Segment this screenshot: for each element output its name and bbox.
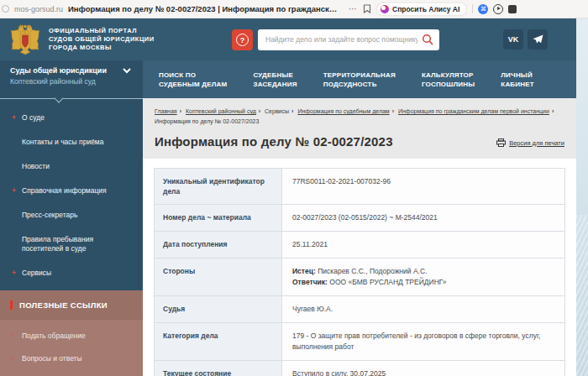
page: mos-gorsud.ru Информация по делу № 02-00… xyxy=(0,0,588,376)
row-value-parties: Истец: Пискарев С.С., Подорожний А.С. От… xyxy=(282,258,565,296)
alice-icon xyxy=(381,5,389,13)
nav-label: ТЕРРИТОРИАЛЬНАЯ xyxy=(323,70,396,80)
site-security-icon[interactable] xyxy=(2,5,9,13)
row-label: Судья xyxy=(155,296,282,323)
useful-links-header: ПОЛЕЗНЫЕ ССЫЛКИ xyxy=(0,290,143,320)
nav-label: ГОСПОШЛИНЫ xyxy=(422,80,475,89)
breadcrumb: Главная› Коптевский районный суд› Сервис… xyxy=(155,107,564,127)
row-value: 02-0027/2023 (02-0515/2022) ~ М-2544/202… xyxy=(282,205,565,232)
table-row: Категория дела 179 - О защите прав потре… xyxy=(155,323,565,361)
address-domain[interactable]: mos-gorsud.ru xyxy=(14,5,63,13)
search-icon[interactable] xyxy=(422,34,433,45)
breadcrumb-services[interactable]: Сервисы xyxy=(265,108,289,114)
sidebar-item-label: Новости xyxy=(22,162,50,171)
breadcrumb-current-page: Информация по делу № 02-0027/2023 xyxy=(155,118,259,124)
table-row: Номер дела ~ материала 02-0027/2023 (02-… xyxy=(155,205,565,232)
bookmark-icon[interactable] xyxy=(363,2,371,17)
useful-links-list: › Подать обращение › Вопросы и ответы › … xyxy=(0,320,143,376)
sidebar-item-visitor-rules[interactable]: Правила пребывания посетителей в суде xyxy=(0,227,143,261)
sidebar-item-services[interactable]: + Сервисы xyxy=(0,261,143,285)
ask-alice-button[interactable]: Спросить Алису AI xyxy=(376,3,467,16)
sidebar: + О суде Контакты и часы приёма Новости … xyxy=(0,98,143,376)
play-circle-icon[interactable] xyxy=(493,4,503,14)
useful-link-jurors[interactable]: › Присяжные заседатели xyxy=(0,370,143,376)
row-value: 25.11.2021 xyxy=(282,232,565,258)
sidebar-notch xyxy=(0,98,143,99)
sidebar-item-about-court[interactable]: + О суде xyxy=(0,106,143,130)
court-selector-current-court: Коптевский районный суд xyxy=(10,77,134,86)
row-value: Вступило в силу, 30.07.2025 xyxy=(282,361,565,376)
sidebar-item-label: Сервисы xyxy=(22,269,51,278)
nav-item-personal-account[interactable]: ЛИЧНЫЙ КАБИНЕТ xyxy=(501,70,534,89)
nav-label: СУДЕБНЫЕ xyxy=(253,70,297,80)
table-row: Уникальный идентификатор дела 77RS0011-0… xyxy=(155,169,565,205)
portal-title-line3: ГОРОДА МОСКВЫ xyxy=(49,44,175,52)
court-selector-title: Суды общей юрисдикции xyxy=(10,66,134,75)
breadcrumb-section: Главная› Коптевский районный суд› Сервис… xyxy=(143,98,576,159)
main-content: Главная› Коптевский районный суд› Сервис… xyxy=(143,98,576,376)
case-details-section: Уникальный идентификатор дела 77RS0011-0… xyxy=(143,159,576,376)
nav-item-case-search[interactable]: ПОИСК ПО СУДЕБНЫМ ДЕЛАМ xyxy=(159,70,227,89)
breadcrumb-court[interactable]: Коптевский районный суд xyxy=(186,108,256,114)
nav-label: ПОИСК ПО xyxy=(159,70,227,80)
nav-item-territorial-jurisdiction[interactable]: ТЕРРИТОРИАЛЬНАЯ ПОДСУДНОСТЬ xyxy=(323,70,396,89)
nav-label: КАБИНЕТ xyxy=(501,80,534,89)
portal-title-line1: ОФИЦИАЛЬНЫЙ ПОРТАЛ xyxy=(49,27,175,35)
profile-avatar[interactable] xyxy=(508,5,517,13)
toolbar-divider xyxy=(472,4,473,13)
chevron-right-icon: › xyxy=(12,331,22,341)
search-box xyxy=(258,29,439,50)
vk-button[interactable]: VK xyxy=(503,29,523,50)
sidebar-item-contacts[interactable]: Контакты и часы приёма xyxy=(0,130,143,154)
sidebar-menu: + О суде Контакты и часы приёма Новости … xyxy=(0,99,143,285)
search-input[interactable] xyxy=(258,29,439,50)
sidebar-item-news[interactable]: Новости xyxy=(0,154,143,179)
ask-alice-label: Спросить Алису AI xyxy=(392,5,459,13)
breadcrumb-civil-first-instance[interactable]: Информация по гражданским делам первой и… xyxy=(398,108,549,114)
question-icon: ? xyxy=(236,34,249,46)
sidebar-item-press-secretary[interactable]: Пресс-секретарь xyxy=(0,203,143,227)
plaintiff-line: Истец: Пискарев С.С., Подорожний А.С. xyxy=(292,266,554,277)
page-title: Информация по делу № 02-0027/2023 xyxy=(155,134,393,149)
defendant-names: ООО «БМВ РУСЛАНД ТРЕЙДИНГ» xyxy=(328,278,447,286)
breadcrumb-separator: › xyxy=(392,108,394,114)
nav-item-fee-calculator[interactable]: КАЛЬКУЛЯТОР ГОСПОШЛИНЫ xyxy=(422,70,475,89)
main-nav: Суды общей юрисдикции Коптевский районны… xyxy=(0,60,576,98)
plaintiff-names: Пискарев С.С., Подорожний А.С. xyxy=(316,267,428,275)
nav-label: КАЛЬКУЛЯТОР xyxy=(422,70,475,80)
breadcrumb-separator: › xyxy=(259,108,260,114)
breadcrumb-case-info[interactable]: Информация по судебным делам xyxy=(297,108,389,114)
breadcrumb-separator: › xyxy=(552,108,554,114)
useful-link-faq[interactable]: › Вопросы и ответы xyxy=(0,347,143,370)
breadcrumb-separator: › xyxy=(180,108,181,114)
case-details-table: Уникальный идентификатор дела 77RS0011-0… xyxy=(154,168,565,376)
nav-label: ЗАСЕДАНИЯ xyxy=(253,80,297,89)
extension-icon[interactable]: ⌘ xyxy=(478,4,488,14)
coat-of-arms-icon xyxy=(8,24,42,55)
telegram-button[interactable] xyxy=(528,29,548,50)
breadcrumb-home[interactable]: Главная xyxy=(155,108,177,114)
useful-link-submit-appeal[interactable]: › Подать обращение xyxy=(0,325,143,347)
defendant-role: Ответчик: xyxy=(292,278,328,286)
print-version-link[interactable]: Версия для печати xyxy=(496,138,564,147)
breadcrumb-separator: › xyxy=(291,108,293,114)
printer-icon xyxy=(496,138,506,147)
sidebar-item-reference-info[interactable]: + Справочная информация xyxy=(0,179,143,203)
site-header: ОФИЦИАЛЬНЫЙ ПОРТАЛ СУДОВ ОБЩЕЙ ЮРИСДИКЦИ… xyxy=(0,18,576,60)
more-menu-icon[interactable]: ⋯ xyxy=(349,4,358,13)
expand-plus-icon[interactable]: + xyxy=(12,186,22,196)
table-row: Судья Чугаев Ю.А. xyxy=(155,296,565,323)
court-selector[interactable]: Суды общей юрисдикции Коптевский районны… xyxy=(0,60,143,98)
useful-link-label: Подать обращение xyxy=(22,332,86,341)
vk-icon: VK xyxy=(508,35,519,44)
nav-label: СУДЕБНЫМ ДЕЛАМ xyxy=(159,80,227,89)
nav-item-hearings[interactable]: СУДЕБНЫЕ ЗАСЕДАНИЯ xyxy=(253,70,297,89)
nav-items: ПОИСК ПО СУДЕБНЫМ ДЕЛАМ СУДЕБНЫЕ ЗАСЕДАН… xyxy=(143,60,534,98)
sidebar-item-label: Контакты и часы приёма xyxy=(22,138,103,147)
chevron-down-icon xyxy=(123,68,131,74)
help-button[interactable]: ? xyxy=(232,29,253,50)
sidebar-item-label: О суде xyxy=(22,113,45,123)
red-accent-bar xyxy=(10,300,13,310)
expand-plus-icon[interactable]: + xyxy=(12,113,22,123)
expand-plus-icon[interactable]: + xyxy=(12,269,22,278)
